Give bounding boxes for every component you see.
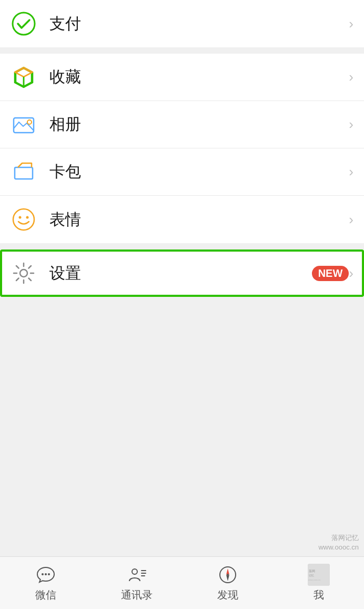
svg-point-21 [42, 573, 44, 575]
wechat-icon [35, 564, 57, 586]
payment-arrow: › [349, 16, 353, 32]
album-icon [11, 112, 37, 138]
features-section: 收藏 › 相册 › 卡包 › [0, 54, 364, 243]
contacts-label: 通讯录 [121, 588, 153, 602]
stickers-label: 表情 [49, 209, 349, 231]
bottom-nav: 微信 通讯录 发现 [0, 556, 364, 609]
settings-section: 设置 NEW › [0, 249, 364, 297]
new-badge: NEW [312, 266, 349, 281]
svg-point-9 [13, 209, 34, 230]
svg-text:落网: 落网 [309, 570, 315, 573]
wallet-label: 卡包 [49, 161, 349, 183]
settings-item[interactable]: 设置 NEW › [0, 249, 364, 297]
wechat-label: 微信 [35, 588, 56, 602]
favorites-label: 收藏 [49, 66, 349, 88]
favorites-icon [11, 64, 37, 91]
payment-section: 支付 › [0, 0, 364, 47]
svg-point-7 [27, 120, 32, 124]
svg-rect-8 [15, 167, 33, 179]
wallet-item[interactable]: 卡包 › [0, 148, 364, 196]
settings-icon [11, 260, 37, 286]
nav-contacts[interactable]: 通讯录 [91, 557, 182, 609]
svg-point-11 [26, 216, 29, 219]
stickers-icon [11, 206, 37, 233]
svg-point-12 [20, 269, 27, 277]
svg-line-19 [29, 266, 32, 268]
svg-point-31 [227, 574, 229, 576]
svg-line-20 [16, 278, 19, 281]
svg-line-17 [16, 266, 19, 268]
me-label: 我 [314, 588, 324, 602]
svg-point-23 [48, 573, 50, 575]
wallet-icon [11, 159, 37, 185]
settings-arrow: › [349, 265, 353, 282]
album-item[interactable]: 相册 › [0, 101, 364, 148]
favorites-item[interactable]: 收藏 › [0, 54, 364, 101]
watermark: 落网记忆 www.oooc.cn [318, 533, 359, 552]
payment-item[interactable]: 支付 › [0, 0, 364, 47]
stickers-arrow: › [349, 212, 353, 228]
svg-text:记忆: 记忆 [309, 574, 314, 577]
me-icon: 落网 记忆 www.oooc.cn [308, 564, 330, 586]
payment-icon [11, 11, 37, 37]
discover-icon [217, 564, 239, 586]
svg-point-0 [13, 13, 35, 35]
wallet-arrow: › [349, 164, 353, 180]
favorites-arrow: › [349, 69, 353, 85]
stickers-item[interactable]: 表情 › [0, 196, 364, 243]
svg-line-18 [29, 278, 32, 281]
settings-label: 设置 [49, 263, 305, 284]
nav-wechat[interactable]: 微信 [0, 557, 91, 609]
svg-point-22 [45, 573, 47, 575]
album-label: 相册 [49, 114, 349, 135]
payment-label: 支付 [49, 13, 349, 35]
discover-label: 发现 [217, 588, 238, 602]
svg-point-10 [19, 216, 22, 219]
nav-discover[interactable]: 发现 [182, 557, 273, 609]
contacts-icon [126, 564, 148, 586]
nav-me[interactable]: 落网 记忆 www.oooc.cn 我 [273, 557, 364, 609]
svg-point-24 [132, 569, 137, 574]
album-arrow: › [349, 116, 353, 133]
svg-text:www.oooc.cn: www.oooc.cn [308, 578, 321, 581]
